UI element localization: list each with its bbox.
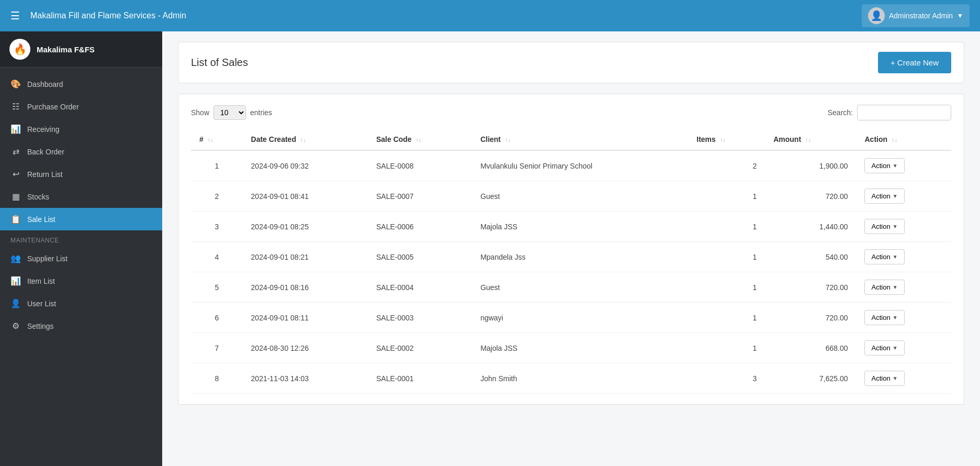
cell-date: 2024-09-01 08:16: [243, 272, 368, 303]
table-row: 1 2024-09-06 09:32 SALE-0008 Mvulankulu …: [191, 150, 951, 181]
table-body: 1 2024-09-06 09:32 SALE-0008 Mvulankulu …: [191, 150, 951, 394]
sidebar-item-user-list[interactable]: 👤 User List: [0, 292, 162, 315]
cell-sale-code: SALE-0005: [368, 242, 472, 272]
sidebar-item-supplier-list[interactable]: 👥 Supplier List: [0, 247, 162, 270]
table-row: 2 2024-09-01 08:41 SALE-0007 Guest 1 720…: [191, 181, 951, 212]
purchase-order-icon: ☷: [10, 102, 21, 112]
sidebar-item-back-order[interactable]: ⇄ Back Order: [0, 140, 162, 163]
cell-date: 2021-11-03 14:03: [243, 363, 368, 394]
caret-icon: ▼: [893, 193, 898, 199]
table-row: 7 2024-08-30 12:26 SALE-0002 Majola JSS …: [191, 333, 951, 363]
sidebar-item-purchase-order[interactable]: ☷ Purchase Order: [0, 95, 162, 118]
back-order-icon: ⇄: [10, 147, 21, 157]
hamburger-icon[interactable]: ☰: [10, 9, 20, 22]
cell-amount: 1,440.00: [765, 212, 856, 242]
sidebar-item-receiving[interactable]: 📊 Receiving: [0, 118, 162, 140]
sales-table: # ↑↓ Date Created ↑↓ Sale Code ↑↓ Clie: [191, 129, 951, 394]
cell-sale-code: SALE-0004: [368, 272, 472, 303]
col-header-date: Date Created ↑↓: [243, 129, 368, 150]
sort-icon[interactable]: ↑↓: [208, 137, 213, 143]
cell-num: 6: [191, 303, 243, 333]
sidebar-item-label: Settings: [27, 322, 54, 330]
col-header-action: Action ↑↓: [856, 129, 951, 150]
cell-items: 1: [688, 181, 765, 212]
sidebar-item-dashboard[interactable]: 🎨 Dashboard: [0, 73, 162, 95]
cell-items: 1: [688, 303, 765, 333]
cell-amount: 7,625.00: [765, 363, 856, 394]
sidebar-item-settings[interactable]: ⚙ Settings: [0, 315, 162, 337]
col-client-label: Client: [480, 135, 501, 143]
cell-date: 2024-09-06 09:32: [243, 150, 368, 181]
table-card: Show 10 25 50 100 entries Search:: [178, 94, 964, 405]
cell-num: 7: [191, 333, 243, 363]
sort-icon[interactable]: ↑↓: [720, 137, 726, 143]
action-label: Action: [871, 192, 890, 200]
sidebar-item-stocks[interactable]: ▦ Stocks: [0, 185, 162, 208]
action-label: Action: [871, 223, 890, 230]
table-row: 3 2024-09-01 08:25 SALE-0006 Majola JSS …: [191, 212, 951, 242]
cell-items: 1: [688, 333, 765, 363]
sidebar-section-maintenance: Maintenance: [0, 230, 162, 247]
settings-icon: ⚙: [10, 321, 21, 331]
action-button[interactable]: Action ▼: [864, 280, 904, 295]
action-button[interactable]: Action ▼: [864, 158, 904, 173]
action-button[interactable]: Action ▼: [864, 371, 904, 386]
cell-num: 3: [191, 212, 243, 242]
cell-items: 1: [688, 242, 765, 272]
cell-num: 1: [191, 150, 243, 181]
search-label: Search:: [828, 108, 853, 117]
search-area: Search:: [828, 105, 951, 120]
cell-date: 2024-09-01 08:11: [243, 303, 368, 333]
col-action-label: Action: [864, 135, 887, 143]
action-button[interactable]: Action ▼: [864, 249, 904, 264]
cell-sale-code: SALE-0008: [368, 150, 472, 181]
sidebar-item-label: Supplier List: [27, 254, 67, 263]
search-input[interactable]: [857, 105, 951, 120]
table-header-row: # ↑↓ Date Created ↑↓ Sale Code ↑↓ Clie: [191, 129, 951, 150]
sort-icon[interactable]: ↑↓: [505, 137, 511, 143]
create-new-button[interactable]: + Create New: [878, 52, 951, 73]
action-label: Action: [871, 283, 890, 291]
action-label: Action: [871, 253, 890, 261]
dashboard-icon: 🎨: [10, 79, 21, 89]
cell-action: Action ▼: [856, 212, 951, 242]
action-button[interactable]: Action ▼: [864, 310, 904, 325]
sidebar-item-sale-list[interactable]: 📋 Sale List: [0, 208, 162, 230]
cell-num: 5: [191, 272, 243, 303]
page-header: List of Sales + Create New: [178, 42, 964, 83]
col-sale-code-label: Sale Code: [376, 135, 412, 143]
entries-select[interactable]: 10 25 50 100: [213, 105, 246, 120]
action-button[interactable]: Action ▼: [864, 219, 904, 234]
col-num-label: #: [199, 135, 204, 143]
sort-icon[interactable]: ↑↓: [805, 137, 811, 143]
sort-icon[interactable]: ↑↓: [892, 137, 897, 143]
supplier-list-icon: 👥: [10, 253, 21, 263]
table-head: # ↑↓ Date Created ↑↓ Sale Code ↑↓ Clie: [191, 129, 951, 150]
show-entries: Show 10 25 50 100 entries: [191, 105, 272, 120]
user-dropdown[interactable]: 👤 Adminstrator Admin ▼: [862, 4, 970, 27]
col-date-label: Date Created: [251, 135, 296, 143]
cell-action: Action ▼: [856, 150, 951, 181]
sidebar-nav: 🎨 Dashboard ☷ Purchase Order 📊 Receiving…: [0, 68, 162, 342]
sidebar-item-label: Receiving: [27, 125, 59, 134]
table-row: 5 2024-09-01 08:16 SALE-0004 Guest 1 720…: [191, 272, 951, 303]
caret-icon: ▼: [893, 163, 898, 169]
sort-icon[interactable]: ↑↓: [300, 137, 306, 143]
action-label: Action: [871, 344, 890, 352]
caret-icon: ▼: [893, 254, 898, 260]
sale-list-icon: 📋: [10, 214, 21, 224]
action-button[interactable]: Action ▼: [864, 188, 904, 204]
cell-client: Guest: [472, 272, 688, 303]
return-list-icon: ↩: [10, 169, 21, 179]
sidebar-item-return-list[interactable]: ↩ Return List: [0, 163, 162, 185]
sidebar-item-label: User List: [27, 299, 56, 308]
chevron-down-icon: ▼: [957, 12, 963, 19]
sidebar-item-label: Back Order: [27, 148, 64, 156]
cell-action: Action ▼: [856, 181, 951, 212]
cell-num: 2: [191, 181, 243, 212]
sort-icon[interactable]: ↑↓: [416, 137, 422, 143]
header-title: Makalima Fill and Flame Services - Admin: [30, 11, 186, 20]
cell-client: Mpandela Jss: [472, 242, 688, 272]
sidebar-item-item-list[interactable]: 📊 Item List: [0, 270, 162, 292]
action-button[interactable]: Action ▼: [864, 340, 904, 356]
